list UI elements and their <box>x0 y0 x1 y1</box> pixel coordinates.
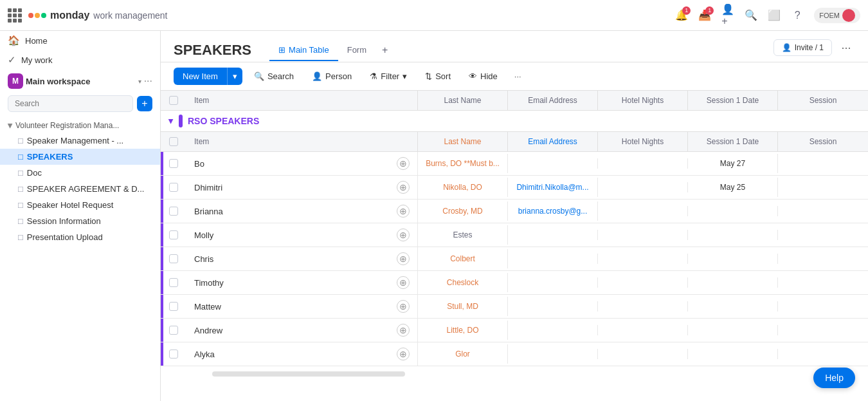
search-button-label: Search <box>267 71 294 81</box>
row-add-icon[interactable]: ⊕ <box>397 348 410 360</box>
header-more-button[interactable]: ··· <box>837 39 855 57</box>
sidebar-search-input[interactable] <box>8 95 133 112</box>
horizontal-scrollbar[interactable] <box>212 371 405 377</box>
row-add-icon[interactable]: ⊕ <box>397 276 410 289</box>
row-check[interactable] <box>161 321 186 340</box>
row-checkbox[interactable] <box>169 278 178 287</box>
table-container[interactable]: Item Last Name Email Address Hotel Night… <box>161 91 868 401</box>
workspace-options[interactable]: ··· <box>144 75 152 87</box>
group-expand-icon[interactable]: ▶ <box>168 118 175 124</box>
row-check[interactable] <box>161 249 186 268</box>
row-check[interactable] <box>161 178 186 197</box>
row-checkbox[interactable] <box>169 254 178 263</box>
person-button[interactable]: 👤 Person <box>305 68 358 84</box>
row-check[interactable] <box>161 225 186 245</box>
row-check[interactable] <box>161 297 186 316</box>
col-header-session1: Session 1 Date <box>688 91 778 110</box>
sidebar-item-agreement[interactable]: □ SPEAKER AGREEMENT & D... <box>0 181 160 197</box>
row-add-icon[interactable]: ⊕ <box>397 157 410 170</box>
row-email <box>508 254 598 264</box>
row-checkbox[interactable] <box>169 207 178 216</box>
search-nav-icon[interactable]: 🔍 <box>745 9 757 22</box>
sidebar-item-speakers-label: SPEAKERS <box>27 152 73 162</box>
header-checkbox[interactable] <box>169 96 178 105</box>
row-check[interactable] <box>161 344 186 364</box>
sidebar-item-home[interactable]: 🏠 Home <box>0 31 160 50</box>
row-session2 <box>778 206 868 216</box>
row-add-icon[interactable]: ⊕ <box>397 228 410 241</box>
apps-nav-icon[interactable]: ⬜ <box>768 9 781 22</box>
tab-form[interactable]: Form <box>338 39 375 61</box>
row-add-icon[interactable]: ⊕ <box>397 324 410 337</box>
row-check[interactable] <box>161 201 186 221</box>
sidebar-item-session-label: Session Information <box>27 216 101 226</box>
inbox-icon[interactable]: 📥 1 <box>698 9 711 22</box>
apps-icon[interactable] <box>8 8 22 23</box>
search-button[interactable]: 🔍 Search <box>248 68 300 84</box>
row-checkbox[interactable] <box>169 183 178 192</box>
logo-dot-green <box>41 13 46 18</box>
content-header: SPEAKERS ⊞ Main Table Form + 👤 Invite / … <box>161 31 868 62</box>
tab-main-table[interactable]: ⊞ Main Table <box>269 39 338 61</box>
row-check[interactable] <box>161 273 186 292</box>
group-chevron: ▶ <box>7 123 14 128</box>
row-checkbox[interactable] <box>169 326 178 335</box>
new-item-label: New Item <box>174 68 227 85</box>
invite-icon[interactable]: 👤+ <box>721 9 734 22</box>
filter-button[interactable]: ⚗ Filter ▾ <box>363 68 413 84</box>
row-add-icon[interactable]: ⊕ <box>397 252 410 265</box>
sidebar-add-button[interactable]: + <box>137 96 152 111</box>
sidebar-item-speakers[interactable]: □ SPEAKERS <box>0 149 160 165</box>
workspace-name: Main workspace <box>26 77 136 86</box>
sidebar-item-mywork[interactable]: ✓ My work <box>0 50 160 70</box>
row-checkbox[interactable] <box>169 302 178 311</box>
row-item-name: Alyka <box>194 350 215 359</box>
row-check[interactable] <box>161 154 186 173</box>
help-icon[interactable]: ? <box>791 9 804 22</box>
invite-button[interactable]: 👤 Invite / 1 <box>773 39 832 56</box>
row-item: Andrew ⊕ <box>186 319 418 342</box>
sub-header-check[interactable] <box>161 132 186 151</box>
row-add-icon[interactable]: ⊕ <box>397 181 410 194</box>
new-item-button[interactable]: New Item ▾ <box>174 68 242 85</box>
sidebar-group-header[interactable]: ▶ Volunteer Registration Mana... <box>0 118 160 133</box>
toolbar-more-button[interactable]: ··· <box>509 68 527 84</box>
row-add-icon[interactable]: ⊕ <box>397 205 410 218</box>
help-button[interactable]: Help <box>813 368 855 388</box>
add-tab-button[interactable]: + <box>375 39 394 61</box>
row-item-name: Andrew <box>194 326 222 335</box>
sub-col-item: Item <box>186 132 418 151</box>
user-avatar[interactable] <box>842 9 855 22</box>
row-checkbox[interactable] <box>169 350 178 359</box>
sidebar-item-hotel[interactable]: □ Speaker Hotel Request <box>0 197 160 213</box>
row-add-icon[interactable]: ⊕ <box>397 300 410 313</box>
row-session2 <box>778 182 868 192</box>
notification-badge: 1 <box>682 6 691 15</box>
sort-button[interactable]: ⇅ Sort <box>419 68 457 84</box>
workspace-chevron: ▾ <box>138 78 141 85</box>
row-session1 <box>688 206 778 216</box>
sub-checkbox[interactable] <box>169 137 178 146</box>
table-row: Mattew ⊕ Stull, MD <box>161 295 868 319</box>
row-item-name: Bo <box>194 159 204 169</box>
tab-form-label: Form <box>347 45 366 55</box>
sidebar-item-session[interactable]: □ Session Information <box>0 213 160 229</box>
col-header-session2: Session <box>778 91 868 110</box>
main-layout: 🏠 Home ✓ My work M Main workspace ▾ ··· … <box>0 31 868 401</box>
hide-button[interactable]: 👁 Hide <box>462 68 504 84</box>
row-checkbox[interactable] <box>169 230 178 239</box>
sidebar-item-speaker-management[interactable]: □ Speaker Management - ... <box>0 133 160 149</box>
sub-col-email: Email Address <box>508 132 598 151</box>
row-lastname: Cheslock <box>418 273 508 292</box>
new-item-dropdown[interactable]: ▾ <box>227 68 242 85</box>
row-checkbox[interactable] <box>169 159 178 168</box>
header-check[interactable] <box>161 91 186 110</box>
mywork-icon: ✓ <box>8 54 16 66</box>
notification-icon[interactable]: 🔔 1 <box>675 9 688 22</box>
workspace-header[interactable]: M Main workspace ▾ ··· <box>0 70 160 93</box>
row-lastname: Colbert <box>418 249 508 268</box>
row-item-name: Dhimitri <box>194 183 222 192</box>
col-header-item: Item <box>186 91 418 110</box>
sidebar-item-doc[interactable]: □ Doc <box>0 165 160 181</box>
sidebar-item-presentation[interactable]: □ Presentation Upload <box>0 229 160 245</box>
